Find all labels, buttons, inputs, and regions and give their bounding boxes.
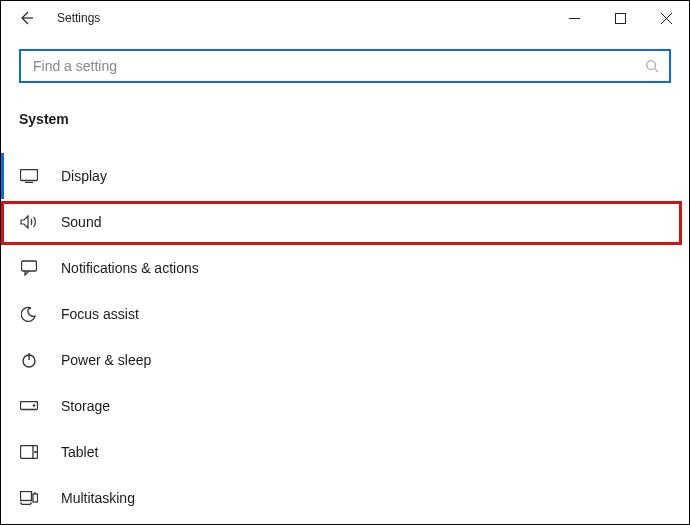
notifications-icon bbox=[19, 258, 39, 278]
nav-item-focus-assist[interactable]: Focus assist bbox=[19, 291, 671, 337]
maximize-button[interactable] bbox=[597, 1, 643, 35]
nav-item-sound[interactable]: Sound bbox=[19, 199, 671, 245]
svg-rect-0 bbox=[615, 13, 625, 23]
content-area: System Display Sound Notificatio bbox=[1, 35, 689, 521]
back-arrow-icon bbox=[18, 10, 34, 26]
display-icon bbox=[19, 166, 39, 186]
tablet-icon bbox=[19, 442, 39, 462]
power-icon bbox=[19, 350, 39, 370]
nav-item-multitasking[interactable]: Multitasking bbox=[19, 475, 671, 521]
nav-label: Multitasking bbox=[61, 490, 135, 506]
window-title: Settings bbox=[57, 11, 100, 25]
nav-label: Focus assist bbox=[61, 306, 139, 322]
active-indicator bbox=[0, 153, 4, 199]
section-heading-system: System bbox=[19, 111, 671, 127]
svg-point-6 bbox=[33, 405, 34, 406]
nav-item-display[interactable]: Display bbox=[19, 153, 671, 199]
svg-rect-9 bbox=[21, 492, 32, 501]
focus-assist-icon bbox=[19, 304, 39, 324]
nav-item-power-sleep[interactable]: Power & sleep bbox=[19, 337, 671, 383]
nav-label: Display bbox=[61, 168, 107, 184]
close-button[interactable] bbox=[643, 1, 689, 35]
titlebar: Settings bbox=[1, 1, 689, 35]
search-input[interactable] bbox=[31, 57, 645, 75]
back-button[interactable] bbox=[9, 1, 43, 35]
svg-rect-2 bbox=[21, 170, 38, 181]
svg-point-8 bbox=[35, 451, 36, 452]
close-icon bbox=[661, 13, 672, 24]
multitasking-icon bbox=[19, 488, 39, 508]
search-icon bbox=[645, 59, 659, 73]
minimize-button[interactable] bbox=[551, 1, 597, 35]
nav-label: Power & sleep bbox=[61, 352, 151, 368]
sound-icon bbox=[19, 212, 39, 232]
svg-rect-3 bbox=[22, 261, 37, 271]
nav-item-notifications[interactable]: Notifications & actions bbox=[19, 245, 671, 291]
svg-point-1 bbox=[647, 61, 656, 70]
storage-icon bbox=[19, 396, 39, 416]
nav-list: Display Sound Notifications & actions bbox=[19, 153, 671, 521]
nav-label: Tablet bbox=[61, 444, 98, 460]
nav-item-storage[interactable]: Storage bbox=[19, 383, 671, 429]
search-box[interactable] bbox=[19, 49, 671, 83]
minimize-icon bbox=[569, 13, 580, 24]
maximize-icon bbox=[615, 13, 626, 24]
nav-item-tablet[interactable]: Tablet bbox=[19, 429, 671, 475]
nav-label: Notifications & actions bbox=[61, 260, 199, 276]
nav-label: Storage bbox=[61, 398, 110, 414]
svg-rect-10 bbox=[33, 494, 38, 502]
window-controls bbox=[551, 1, 689, 35]
nav-label: Sound bbox=[61, 214, 101, 230]
